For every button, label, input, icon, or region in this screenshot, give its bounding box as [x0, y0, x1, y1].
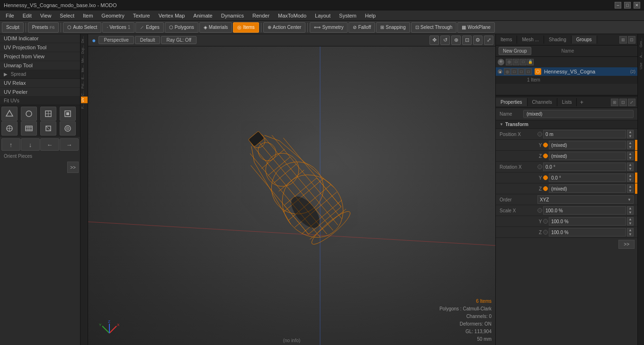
auto-select-button[interactable]: ⬡ Auto Select: [63, 22, 101, 33]
vertices-button[interactable]: · Vertices 1: [102, 22, 134, 33]
tool-udim-indicator[interactable]: UDIM Indicator: [0, 34, 80, 43]
position-x-value[interactable]: 0 m: [543, 130, 626, 138]
side-strip-pol[interactable]: Pol...: [81, 80, 88, 90]
tool-icon-2[interactable]: [21, 107, 37, 121]
props-name-value[interactable]: (mixed): [523, 110, 634, 118]
props-tab-lists[interactable]: Lists: [557, 98, 577, 106]
scene-tab-shading[interactable]: Shading: [544, 36, 572, 44]
transform-section-header[interactable]: ▼ Transform: [496, 120, 637, 129]
perspective-button[interactable]: Perspective: [98, 36, 134, 44]
right-strip-gro[interactable]: Gro...: [639, 36, 643, 49]
position-y-value[interactable]: (mixed): [549, 141, 626, 149]
side-strip-f[interactable]: F...: [81, 103, 88, 109]
viewport-icon-settings[interactable]: ⚙: [473, 36, 483, 45]
scene-vis-btn-2[interactable]: □: [513, 59, 519, 65]
scene-vis-btn-3[interactable]: □: [520, 59, 527, 65]
rotation-x-value[interactable]: 0.0 °: [543, 163, 626, 171]
close-button[interactable]: ✕: [634, 2, 640, 9]
props-add-button[interactable]: +: [578, 99, 585, 106]
menu-texture[interactable]: Texture: [129, 12, 154, 19]
scene-action-icon-1[interactable]: ⊞: [619, 36, 627, 44]
scene-vis-btn-1[interactable]: ◎: [506, 59, 512, 65]
workplane-button[interactable]: ▦ WorkPlane: [457, 22, 495, 33]
tool-uv-peeler[interactable]: UV Peeler: [0, 88, 80, 97]
scene-item-hennessy[interactable]: ● ◎ □ □ □ ⬡ Hennessy_VS_Cogna (2): [496, 67, 637, 76]
rotation-z-value[interactable]: (mixed): [549, 184, 626, 193]
position-x-circle[interactable]: [537, 132, 542, 136]
tool-uv-projection[interactable]: UV Projection Tool: [0, 43, 80, 52]
tool-icon-1[interactable]: [1, 107, 18, 121]
select-through-button[interactable]: ⊡ Select Through: [411, 22, 457, 33]
menu-layout[interactable]: Layout: [311, 12, 334, 19]
scale-x-arrow[interactable]: ▲▼: [627, 206, 634, 215]
minimize-button[interactable]: –: [615, 2, 621, 9]
menu-dynamics[interactable]: Dynamics: [217, 12, 248, 19]
menu-maxtomodo[interactable]: MaxToModo: [274, 12, 310, 19]
menu-animate[interactable]: Animate: [189, 12, 216, 19]
viewport-icon-move[interactable]: ✥: [429, 36, 439, 45]
materials-button[interactable]: ◈ Materials: [199, 22, 233, 33]
side-strip-me1[interactable]: Me...: [81, 54, 88, 64]
viewport-icon-zoom[interactable]: ⊕: [451, 36, 461, 45]
symmetry-button[interactable]: ⟺ Symmetry: [310, 22, 348, 33]
position-z-arrow[interactable]: ▲▼: [627, 152, 634, 160]
menu-vertex-map[interactable]: Vertex Map: [155, 12, 189, 19]
hennessy-vis-4[interactable]: □: [525, 68, 532, 75]
viewport-icon-rotate[interactable]: ↺: [440, 36, 450, 45]
tool-icon-8[interactable]: [60, 121, 76, 136]
side-strip-e[interactable]: E...: [81, 73, 88, 81]
ray-gl-button[interactable]: Ray GL: Off: [161, 36, 197, 44]
items-button[interactable]: ◎ Items: [233, 22, 259, 33]
side-strip-uv[interactable]: UV: [81, 97, 88, 103]
maximize-button[interactable]: □: [624, 2, 631, 9]
arrow-left-btn[interactable]: ←: [40, 138, 59, 151]
scale-x-value[interactable]: 100.0 %: [543, 206, 626, 215]
position-z-circle[interactable]: [543, 154, 548, 158]
edges-button[interactable]: ⟋ Edges: [135, 22, 163, 33]
new-group-button[interactable]: New Group: [499, 47, 531, 55]
scale-z-value[interactable]: 100.0 %: [549, 228, 626, 236]
polygons-button[interactable]: ⬡ Polygons: [165, 22, 198, 33]
side-strip-me2[interactable]: Me...: [81, 64, 88, 73]
menu-file[interactable]: File: [2, 12, 18, 19]
position-y-circle[interactable]: [543, 143, 548, 147]
rotation-y-arrow[interactable]: ▲▼: [627, 173, 634, 182]
tool-icon-3[interactable]: [40, 107, 56, 121]
presets-button[interactable]: Presets F6: [28, 22, 59, 33]
props-action-2[interactable]: ⊡: [619, 99, 627, 106]
scene-tab-groups[interactable]: Groups: [572, 36, 597, 44]
tool-icon-5[interactable]: [1, 121, 18, 136]
scale-x-circle[interactable]: [537, 208, 542, 213]
hennessy-vis-3[interactable]: □: [518, 68, 525, 75]
scale-y-circle[interactable]: [543, 219, 548, 224]
scene-vis-btn-4[interactable]: 🔒: [527, 59, 534, 65]
rotation-x-arrow[interactable]: ▲▼: [627, 163, 634, 171]
hennessy-vis-2[interactable]: □: [511, 68, 518, 75]
action-center-button[interactable]: ⊕ Action Center: [263, 22, 306, 33]
viewport-icon-fit[interactable]: ⊡: [462, 36, 472, 45]
falloff-button[interactable]: ⊘ Falloff: [349, 22, 375, 33]
shading-button[interactable]: Default: [135, 36, 161, 44]
sculpt-button[interactable]: Sculpt: [2, 22, 24, 33]
rotation-z-arrow[interactable]: ▲▼: [627, 184, 634, 193]
orient-pieces-btn[interactable]: Orient Pieces: [0, 152, 80, 160]
order-select[interactable]: XYZ ▼: [537, 195, 634, 204]
menu-geometry[interactable]: Geometry: [98, 12, 128, 19]
scene-tab-mesh[interactable]: Mesh ...: [517, 36, 544, 44]
position-z-value[interactable]: (mixed): [549, 152, 626, 160]
tool-icon-4[interactable]: [60, 107, 76, 121]
hennessy-vis-1[interactable]: ◎: [504, 68, 510, 75]
tool-uv-relax[interactable]: UV Relax: [0, 79, 80, 88]
arrow-right-btn[interactable]: →: [60, 138, 79, 151]
rotation-z-circle[interactable]: [543, 186, 548, 191]
rotation-y-circle[interactable]: [543, 175, 548, 180]
fit-uvs-header[interactable]: Fit UVs: [0, 97, 80, 105]
position-x-arrow[interactable]: ▲▼: [627, 130, 634, 138]
menu-select[interactable]: Select: [56, 12, 78, 19]
rotation-x-circle[interactable]: [537, 164, 542, 169]
menu-render[interactable]: Render: [249, 12, 273, 19]
viewport-icon-expand[interactable]: ⤢: [484, 36, 493, 45]
position-y-arrow[interactable]: ▲▼: [627, 141, 634, 149]
tool-project-from-view[interactable]: Project from View: [0, 52, 80, 61]
props-expand-btn[interactable]: >>: [618, 240, 635, 249]
